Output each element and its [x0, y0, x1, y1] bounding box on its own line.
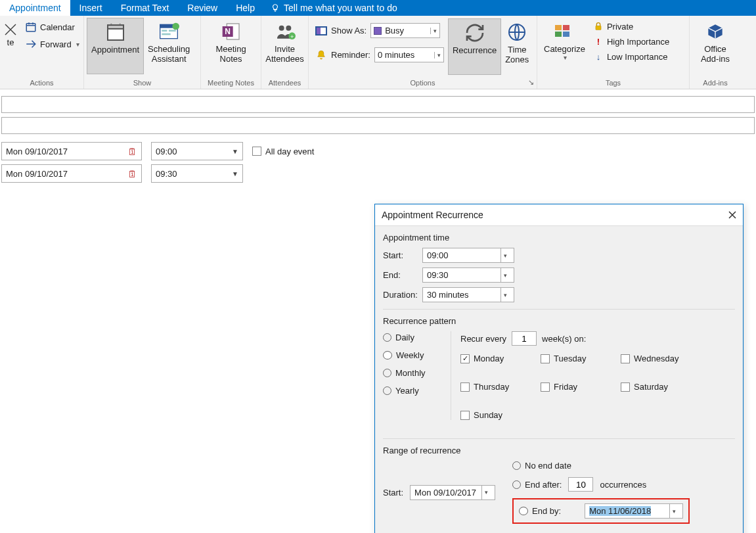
dlg-start-combo[interactable]: 09:00 ▾ [422, 248, 514, 263]
exclamation-icon: ! [593, 37, 604, 47]
categorize-icon [554, 24, 575, 39]
checkbox-thursday[interactable]: Thursday [460, 382, 518, 392]
calendar-icon [25, 21, 37, 33]
chevron-down-icon: ▾ [500, 248, 510, 262]
reminder-combo[interactable]: 0 minutes ▾ [374, 47, 444, 62]
delete-icon[interactable] [3, 22, 18, 37]
dlg-end-label: End: [383, 270, 422, 280]
copy-to-calendar-button[interactable]: Calendar [21, 19, 83, 35]
start-time-value: 09:00 [156, 147, 177, 156]
checkbox-sunday[interactable]: Sunday [460, 410, 518, 420]
lock-icon [593, 21, 604, 32]
meeting-notes-button[interactable]: N Meeting Notes [211, 18, 250, 74]
recurrence-icon [464, 22, 485, 43]
calendar-picker-icon[interactable]: 🗓 [127, 146, 137, 157]
checkbox-saturday[interactable]: Saturday [621, 382, 678, 392]
dlg-duration-combo[interactable]: 30 minutes ▾ [422, 287, 514, 302]
time-zones-button[interactable]: Time Zones [501, 18, 533, 75]
calendar-picker-icon[interactable]: 🗓 [127, 168, 137, 179]
show-as-combo[interactable]: Busy ▾ [370, 23, 440, 38]
all-day-checkbox[interactable]: All day event [252, 147, 314, 156]
appointment-form: Mon 09/10/2017 🗓 09:00 ▼ All day event M… [0, 89, 756, 183]
recur-every-input[interactable] [512, 331, 537, 346]
addins-icon [705, 21, 726, 42]
appointment-icon [105, 22, 126, 43]
end-date-value: Mon 09/10/2017 [6, 169, 68, 179]
subject-field[interactable] [1, 96, 755, 113]
onenote-icon: N [221, 21, 242, 42]
radio-no-end[interactable]: No end date [512, 461, 571, 471]
end-after-label: End after: [525, 480, 562, 490]
svg-point-12 [278, 26, 284, 31]
checkbox-friday[interactable]: Friday [541, 382, 598, 392]
end-after-input[interactable] [568, 477, 593, 492]
scheduling-assistant-button[interactable]: Scheduling Assistant [144, 18, 194, 74]
group-label-options: Options [309, 78, 537, 89]
all-day-label: All day event [265, 147, 314, 156]
end-by-value: Mon 11/06/2018 [589, 506, 651, 516]
mon-label: Monday [474, 354, 504, 363]
svg-rect-21 [563, 25, 569, 30]
tab-appointment[interactable]: Appointment [0, 0, 70, 16]
dlg-duration-label: Duration: [383, 290, 422, 300]
radio-monthly[interactable]: Monthly [383, 368, 451, 378]
checkbox-wednesday[interactable]: Wednesday [621, 354, 678, 363]
low-importance-button[interactable]: ↓ Low Importance [589, 50, 673, 64]
scheduling-label: Scheduling Assistant [148, 44, 190, 64]
forward-icon [25, 38, 37, 50]
checkbox-icon [252, 147, 261, 156]
end-date-field[interactable]: Mon 09/10/2017 🗓 [1, 164, 142, 183]
show-as-label: Show As: [331, 26, 367, 35]
range-start-combo[interactable]: Mon 09/10/2017 ▾ [410, 485, 495, 500]
low-label: Low Importance [607, 52, 668, 62]
radio-weekly[interactable]: Weekly [383, 350, 451, 360]
radio-end-by[interactable]: End by: [519, 506, 561, 516]
radio-daily[interactable]: Daily [383, 333, 451, 342]
checkbox-monday[interactable]: ✓Monday [460, 354, 518, 363]
high-importance-button[interactable]: ! High Importance [589, 35, 673, 49]
range-start-label: Start: [383, 488, 403, 498]
location-field[interactable] [1, 117, 755, 134]
chevron-down-icon: ▾ [564, 54, 567, 61]
tab-format-text[interactable]: Format Text [112, 0, 179, 16]
invite-attendees-button[interactable]: + Invite Attendees [261, 18, 308, 74]
private-button[interactable]: Private [589, 19, 673, 34]
forward-label: Forward [40, 39, 72, 49]
start-time-field[interactable]: 09:00 ▼ [151, 142, 243, 160]
svg-text:N: N [225, 27, 231, 36]
svg-rect-18 [317, 28, 321, 34]
reminder-value: 0 minutes [378, 50, 414, 60]
chevron-down-icon: ▾ [76, 41, 79, 48]
high-label: High Importance [607, 37, 669, 47]
svg-rect-7 [162, 34, 170, 35]
calendar-label: Calendar [40, 22, 75, 32]
busy-swatch [374, 27, 382, 35]
weeks-on-label: week(s) on: [542, 334, 586, 344]
chevron-down-icon: ▾ [481, 486, 491, 499]
tab-help[interactable]: Help [227, 0, 264, 16]
dlg-duration-value: 30 minutes [427, 290, 469, 300]
checkbox-tuesday[interactable]: Tuesday [541, 354, 598, 363]
radio-end-after[interactable]: End after: [512, 480, 562, 490]
tab-review[interactable]: Review [178, 0, 227, 16]
daily-label: Daily [395, 333, 414, 342]
end-time-field[interactable]: 09:30 ▼ [151, 164, 243, 183]
options-launcher[interactable]: ↘ [528, 78, 534, 87]
appointment-view-label: Appointment [91, 45, 139, 55]
dlg-end-combo[interactable]: 09:30 ▾ [422, 267, 514, 283]
tab-insert[interactable]: Insert [70, 0, 112, 16]
tell-me-search[interactable]: Tell me what you want to do [264, 3, 404, 13]
svg-rect-0 [26, 24, 35, 32]
tell-me-label: Tell me what you want to do [284, 3, 397, 13]
forward-button[interactable]: Forward ▾ [21, 36, 83, 52]
office-addins-button[interactable]: Office Add-ins [697, 18, 734, 74]
delete-label: te [7, 37, 14, 47]
end-by-combo[interactable]: Mon 11/06/2018 ▾ [585, 503, 683, 519]
close-button[interactable] [728, 211, 736, 219]
categorize-button[interactable]: Categorize ▾ [540, 18, 589, 74]
recurrence-button[interactable]: Recurrence [448, 18, 501, 75]
radio-yearly[interactable]: Yearly [383, 386, 451, 396]
start-date-field[interactable]: Mon 09/10/2017 🗓 [1, 142, 142, 160]
group-label-meeting-notes: Meeting Notes [201, 78, 261, 89]
appointment-view-button[interactable]: Appointment [87, 18, 144, 74]
